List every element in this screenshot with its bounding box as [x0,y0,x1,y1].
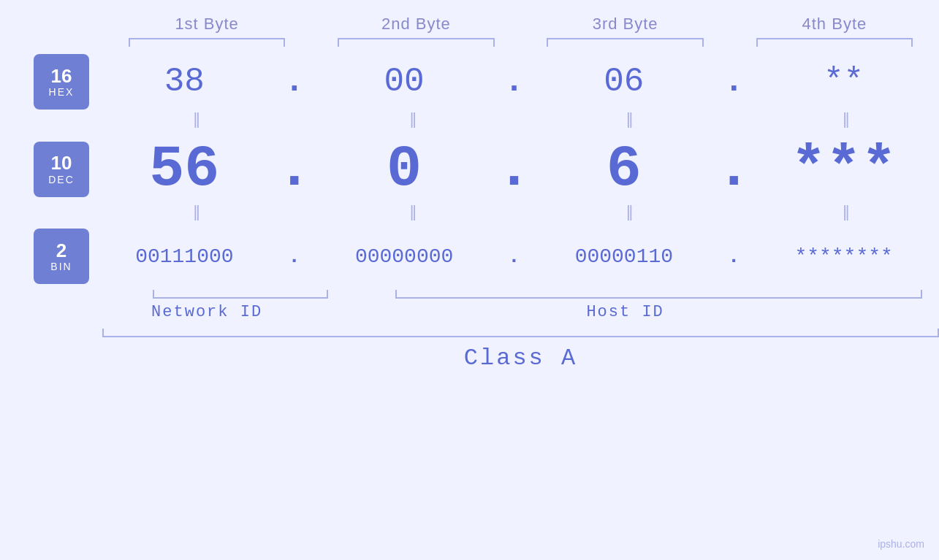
dec-dot3: . [716,136,751,202]
dec-badge-number: 10 [51,153,72,174]
watermark: ipshu.com [878,538,924,550]
class-row: Class A [102,345,939,372]
hex-dot1: . [284,63,305,101]
dec-row: 10 DEC 56 . 0 . 6 . *** [0,136,939,202]
hex-dot3: . [723,63,744,101]
bracket-b1 [129,38,286,47]
hex-b1: 38 [164,63,205,101]
hex-b4: ** [824,63,864,101]
bottom-brackets-section: Network ID Host ID [102,287,939,321]
hex-badge: 16 HEX [34,54,89,110]
bin-badge: 2 BIN [34,229,89,284]
byte-headers: 1st Byte 2nd Byte 3rd Byte 4th Byte [102,0,939,34]
bin-b4: ******** [794,245,892,268]
network-id-label: Network ID [102,303,311,321]
hex-row: 16 HEX 38 . 00 . 06 . ** [0,54,939,110]
bin-badge-label: BIN [50,261,72,272]
dec-b2: 0 [387,136,422,202]
byte1-header: 1st Byte [102,15,311,34]
eq2-b1: || [193,202,198,221]
bin-dot3: . [728,245,740,268]
byte4-header: 4th Byte [730,15,939,34]
id-labels: Network ID Host ID [102,303,939,321]
eq2-b3: || [626,202,631,221]
bracket-b4 [756,38,913,47]
class-label: Class A [464,345,577,372]
hex-b2: 00 [384,63,425,101]
hex-b3: 06 [604,63,644,101]
eq1-b3: || [626,110,631,129]
byte3-header: 3rd Byte [521,15,730,34]
eq1-b4: || [843,110,848,129]
eq1-b1: || [193,110,198,129]
outer-bracket [102,329,939,337]
eq1-b2: || [410,110,415,129]
bracket-b3 [547,38,704,47]
bracket-b2 [338,38,495,47]
outer-bracket-row [102,329,939,337]
eq-row-2: || || || || [102,202,939,221]
bottom-brackets [102,290,939,299]
byte2-header: 2nd Byte [311,15,520,34]
network-bracket [153,290,328,299]
main-container: 1st Byte 2nd Byte 3rd Byte 4th Byte 16 H… [0,0,939,560]
hex-values: 38 . 00 . 06 . ** [89,63,939,101]
bin-row: 2 BIN 00111000 . 00000000 . 00000110 . *… [0,229,939,284]
top-brackets [102,38,939,47]
bin-dot2: . [508,245,520,268]
eq2-b4: || [843,202,848,221]
dec-values: 56 . 0 . 6 . *** [89,136,939,202]
dec-badge: 10 DEC [34,142,89,197]
bin-dot1: . [288,245,300,268]
eq2-b2: || [410,202,415,221]
hex-badge-label: HEX [49,86,75,98]
dec-b4: *** [791,136,897,202]
dec-dot1: . [277,136,312,202]
eq-row-1: || || || || [102,110,939,129]
host-id-label: Host ID [311,303,939,321]
bin-badge-number: 2 [56,240,66,261]
dec-badge-label: DEC [48,174,75,185]
host-bracket [395,290,922,299]
bin-b1: 00111000 [135,245,233,268]
hex-badge-number: 16 [51,66,72,87]
dec-b1: 56 [149,136,219,202]
bin-b3: 00000110 [575,245,673,268]
dec-dot2: . [497,136,532,202]
bin-b2: 00000000 [355,245,453,268]
hex-dot2: . [504,63,525,101]
dec-b3: 6 [607,136,642,202]
bin-values: 00111000 . 00000000 . 00000110 . *******… [89,245,939,268]
